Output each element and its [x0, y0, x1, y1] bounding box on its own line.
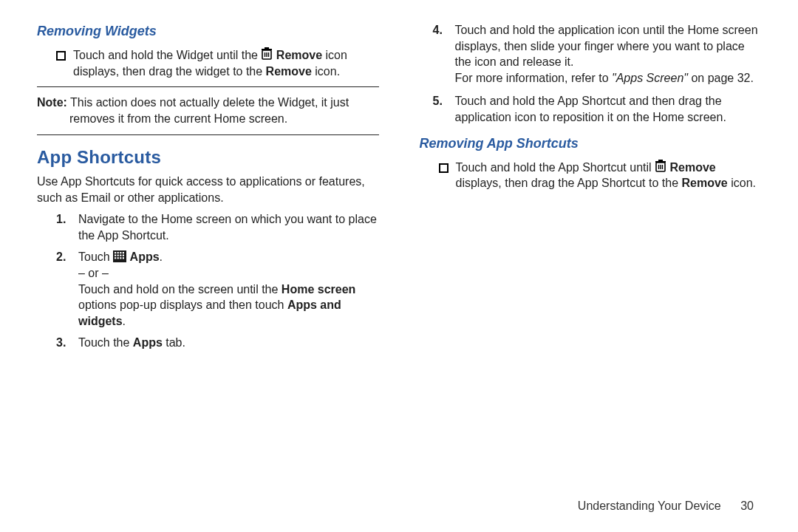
- right-column: 4. Touch and hold the application icon u…: [420, 22, 762, 357]
- bullet-removing-widgets: Touch and hold the Widget until the Remo…: [37, 47, 379, 79]
- subheading-removing-widgets: Removing Widgets: [37, 22, 379, 40]
- text: .: [160, 250, 163, 263]
- reference-text: For more information, refer to "Apps Scr…: [455, 70, 762, 86]
- apps-label: Apps: [133, 336, 163, 349]
- text: Touch and hold the application icon unti…: [455, 22, 762, 70]
- svg-rect-5: [265, 47, 269, 49]
- remove-label: Remove: [681, 177, 727, 189]
- text: Touch and hold on the screen until the: [78, 283, 282, 296]
- text: on page 32.: [688, 72, 754, 84]
- svg-rect-10: [123, 252, 124, 253]
- text: Touch the: [78, 336, 133, 349]
- heading-app-shortcuts: App Shortcuts: [37, 146, 379, 169]
- text: icon.: [728, 177, 756, 189]
- svg-rect-12: [117, 255, 119, 256]
- svg-rect-14: [123, 255, 124, 256]
- apps-label: Apps: [130, 250, 160, 263]
- text: tab.: [163, 336, 185, 349]
- step-text: Navigate to the Home screen on which you…: [78, 211, 379, 243]
- svg-rect-11: [115, 255, 116, 256]
- text: Touch: [78, 250, 113, 263]
- note-text: removes it from the current Home screen.: [37, 111, 379, 127]
- note-text: This action does not actually delete the…: [67, 96, 349, 109]
- trash-icon: [261, 47, 273, 61]
- step-text: Touch Apps. – or – Touch and hold on the…: [78, 249, 379, 329]
- remove-label: Remove: [669, 161, 715, 174]
- svg-rect-4: [262, 49, 272, 50]
- step-number: 4.: [433, 22, 446, 86]
- text: For more information, refer to: [455, 72, 613, 84]
- bullet-text: Touch and hold the Widget until the Remo…: [73, 47, 379, 79]
- divider: [37, 86, 379, 87]
- apps-grid-icon: [113, 250, 126, 262]
- svg-rect-9: [120, 252, 121, 253]
- note-label: Note:: [37, 96, 67, 109]
- remove-label: Remove: [266, 65, 312, 78]
- svg-rect-16: [117, 258, 119, 259]
- or-text: – or –: [78, 265, 379, 282]
- step-number: 2.: [56, 249, 69, 329]
- svg-rect-15: [115, 258, 116, 259]
- note-block: Note: This action does not actually dele…: [37, 95, 379, 126]
- step-3: 3. Touch the Apps tab.: [37, 335, 379, 351]
- step-2: 2. Touch Apps. – or – Touch and hold on …: [37, 249, 379, 329]
- bullet-removing-app-shortcuts: Touch and hold the App Shortcut until Re…: [420, 160, 762, 191]
- text: displays, then drag the App Shortcut to …: [456, 177, 682, 189]
- left-column: Removing Widgets Touch and hold the Widg…: [37, 22, 379, 357]
- step-text: Touch and hold the App Shortcut and then…: [455, 93, 762, 125]
- ref-italic: "Apps Screen": [612, 72, 688, 84]
- svg-rect-7: [115, 252, 116, 253]
- text: icon.: [312, 65, 340, 78]
- trash-icon: [655, 160, 666, 173]
- footer-section: Understanding Your Device: [578, 499, 721, 512]
- svg-rect-13: [120, 255, 121, 256]
- text: .: [123, 315, 126, 327]
- footer: Understanding Your Device 30: [578, 499, 754, 513]
- text: Touch and hold the Widget until the: [73, 49, 261, 61]
- remove-label: Remove: [276, 49, 322, 61]
- divider: [37, 134, 379, 135]
- text: options pop-up displays and then touch: [78, 299, 287, 311]
- svg-rect-18: [123, 258, 124, 259]
- bullet-text: Touch and hold the App Shortcut until Re…: [456, 160, 762, 191]
- svg-rect-24: [658, 160, 663, 161]
- step-text: Touch the Apps tab.: [78, 335, 185, 351]
- subheading-removing-app-shortcuts: Removing App Shortcuts: [420, 134, 762, 152]
- svg-rect-8: [117, 252, 119, 253]
- step-5: 5. Touch and hold the App Shortcut and t…: [420, 93, 762, 125]
- step-4: 4. Touch and hold the application icon u…: [420, 22, 762, 86]
- intro-text: Use App Shortcuts for quick access to ap…: [37, 174, 379, 205]
- svg-rect-17: [120, 258, 121, 259]
- square-bullet-icon: [439, 163, 449, 173]
- step-text: Touch and hold the application icon unti…: [455, 22, 762, 86]
- step-1: 1. Navigate to the Home screen on which …: [37, 211, 379, 243]
- square-bullet-icon: [56, 51, 66, 61]
- step-number: 5.: [433, 93, 446, 125]
- home-screen-label: Home screen: [282, 283, 356, 296]
- svg-rect-23: [655, 161, 666, 163]
- page-number: 30: [740, 499, 754, 512]
- step-number: 3.: [56, 335, 69, 351]
- step-number: 1.: [56, 211, 69, 243]
- text: Touch and hold the App Shortcut until: [456, 161, 655, 174]
